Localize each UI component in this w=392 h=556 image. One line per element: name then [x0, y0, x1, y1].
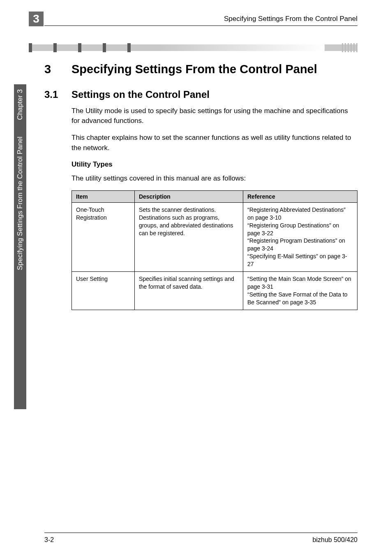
paragraph-1: The Utility mode is used to specify basi… [71, 106, 357, 126]
cell-description: Sets the scanner destinations. Destinati… [134, 202, 243, 271]
cell-description: Specifies initial scanning settings and … [134, 272, 243, 310]
header-rule [44, 25, 357, 26]
th-item: Item [72, 190, 135, 202]
th-reference: Reference [243, 190, 357, 202]
footer-page-number: 3-2 [44, 536, 54, 544]
table-header-row: Item Description Reference [72, 190, 357, 202]
section-title: 3 Specifying Settings From the Control P… [44, 62, 357, 77]
cell-reference: “Registering Abbreviated Destinations” o… [243, 202, 357, 271]
side-tab-title: Specifying Settings From the Control Pan… [16, 137, 24, 270]
utility-intro: The utility settings covered in this man… [71, 174, 357, 184]
subsection-title-text: Settings on the Control Panel [71, 89, 210, 100]
cell-item: One-Touch Registration [72, 202, 135, 271]
section-number: 3 [44, 62, 71, 77]
chapter-number-tab: 3 [29, 12, 44, 26]
ornament-bar [29, 43, 357, 52]
subsection-title: 3.1 Settings on the Control Panel [44, 89, 357, 100]
utility-types-heading: Utility Types [71, 160, 357, 169]
content-area: 3 Specifying Settings From the Control P… [44, 62, 357, 310]
running-header: Specifying Settings From the Control Pan… [224, 15, 357, 23]
table-row: User Setting Specifies initial scanning … [72, 272, 357, 310]
table-row: One-Touch Registration Sets the scanner … [72, 202, 357, 271]
side-tab: Chapter 3 Specifying Settings From the C… [14, 84, 26, 409]
subsection-number: 3.1 [44, 89, 71, 100]
section-title-text: Specifying Settings From the Control Pan… [71, 62, 317, 77]
cell-item: User Setting [72, 272, 135, 310]
paragraph-2: This chapter explains how to set the sca… [71, 133, 357, 153]
side-tab-chapter: Chapter 3 [16, 89, 24, 120]
footer-rule [44, 533, 357, 533]
utility-table: Item Description Reference One-Touch Reg… [71, 190, 357, 310]
footer-model: bizhub 500/420 [313, 536, 357, 544]
body-text: The Utility mode is used to specify basi… [71, 106, 357, 310]
th-description: Description [134, 190, 243, 202]
chapter-number: 3 [33, 12, 39, 25]
cell-reference: “Setting the Main Scan Mode Screen” on p… [243, 272, 357, 310]
